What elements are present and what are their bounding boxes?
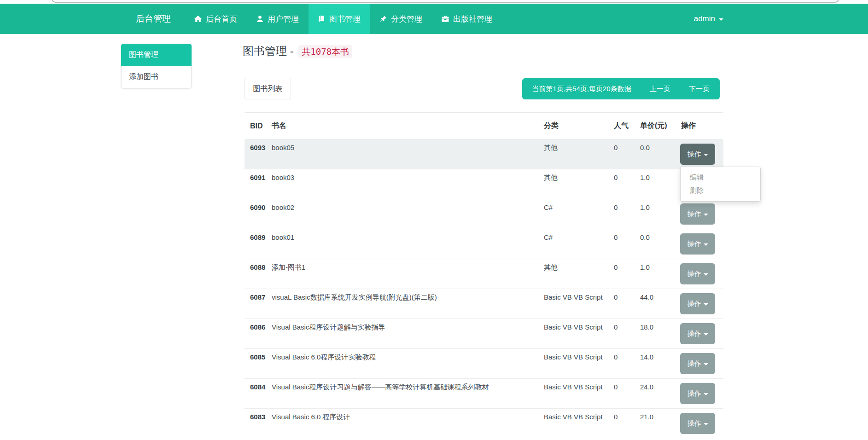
action-dropdown-button[interactable]: 操作: [680, 293, 715, 314]
action-dropdown-button[interactable]: 操作: [680, 263, 715, 284]
book-popularity: 0: [614, 169, 640, 199]
dropdown-menu-item[interactable]: 编辑: [681, 171, 760, 184]
book-title: book02: [272, 199, 544, 229]
nav-item-label: 后台首页: [206, 14, 237, 24]
caret-down-icon: [704, 333, 708, 336]
home-icon: [194, 15, 202, 23]
action-dropdown: 操作 编辑删除: [680, 144, 716, 165]
book-title: Visual Basic 6.0 程序设计: [272, 409, 544, 439]
book-category: C#: [544, 199, 614, 229]
nav-item-label: 出版社管理: [453, 14, 492, 24]
book-id: 6083: [245, 409, 272, 439]
nav-item-publishers[interactable]: 出版社管理: [432, 4, 502, 34]
book-category: Basic VB VB Script: [544, 409, 614, 439]
book-table: BID 书名 分类 人气 单价(元) 操作 6093 book05 其他 0 0…: [245, 113, 723, 438]
nav-item-users[interactable]: 用户管理: [247, 4, 309, 34]
column-header-price: 单价(元): [640, 113, 679, 139]
page-title-text: 图书管理: [243, 45, 287, 57]
nav-item-home[interactable]: 后台首页: [185, 4, 247, 34]
book-title: Visual Basic程序设计习题与解答——高等学校计算机基础课程系列教材: [272, 379, 544, 409]
pagination-info: 当前第1页,共54页,每页20条数据: [532, 85, 631, 93]
book-title: Visual Basic 6.0程序设计实验教程: [272, 349, 544, 379]
action-dropdown: 操作: [680, 293, 716, 314]
action-dropdown-button[interactable]: 操作: [680, 233, 715, 255]
book-price: 0.0: [640, 229, 679, 259]
page-content: 图书管理 添加图书 图书管理 - 共1078本书 图书列表 当前第1页,共54页…: [121, 34, 723, 438]
column-header-popularity: 人气: [614, 113, 640, 139]
pagination-bar: 当前第1页,共54页,每页20条数据 上一页 下一页: [522, 78, 720, 99]
action-dropdown: 操作: [680, 383, 716, 404]
book-title: Visual Basic程序设计题解与实验指导: [272, 319, 544, 349]
table-row: 6083 Visual Basic 6.0 程序设计 Basic VB VB S…: [245, 409, 723, 439]
book-category: Basic VB VB Script: [544, 349, 614, 379]
action-dropdown-button[interactable]: 操作: [680, 413, 715, 434]
column-header-title: 书名: [272, 113, 544, 139]
column-header-action: 操作: [679, 113, 723, 139]
browser-chrome-sliver: [52, 0, 839, 3]
nav-item-label: 分类管理: [391, 14, 422, 24]
action-dropdown: 操作: [680, 323, 716, 344]
book-id: 6091: [245, 169, 272, 199]
book-price: 44.0: [640, 289, 679, 319]
book-category: 其他: [544, 259, 614, 289]
sidebar-item-book-management[interactable]: 图书管理: [121, 44, 192, 66]
book-id: 6090: [245, 199, 272, 229]
tab-book-list[interactable]: 图书列表: [245, 78, 291, 99]
action-dropdown-button[interactable]: 操作: [680, 353, 715, 374]
caret-down-icon: [704, 243, 708, 246]
column-header-bid: BID: [245, 113, 272, 139]
column-header-category: 分类: [544, 113, 614, 139]
dropdown-menu-item[interactable]: 删除: [681, 184, 760, 197]
caret-down-icon: [704, 214, 708, 216]
action-button-label: 操作: [687, 240, 701, 249]
book-title: 添加-图书1: [272, 259, 544, 289]
user-menu[interactable]: admin: [694, 4, 723, 34]
action-dropdown-button[interactable]: 操作: [680, 144, 715, 165]
sidebar-item-add-book[interactable]: 添加图书: [121, 66, 192, 88]
table-row: 6091 book03 其他 0 1.0 操作: [245, 169, 723, 199]
action-dropdown-menu: 编辑删除: [680, 167, 761, 202]
caret-down-icon: [704, 423, 708, 425]
tab-row: 图书列表 当前第1页,共54页,每页20条数据 上一页 下一页: [245, 78, 723, 99]
table-row: 6084 Visual Basic程序设计习题与解答——高等学校计算机基础课程系…: [245, 379, 723, 409]
table-row: 6090 book02 C# 0 1.0 操作: [245, 199, 723, 229]
book-price: 1.0: [640, 259, 679, 289]
book-price: 0.0: [640, 139, 679, 169]
action-dropdown-button[interactable]: 操作: [680, 323, 715, 344]
book-title: visuaL Basic数据库系统开发实例导航(附光盘)(第二版): [272, 289, 544, 319]
nav-item-categories[interactable]: 分类管理: [370, 4, 432, 34]
table-row: 6087 visuaL Basic数据库系统开发实例导航(附光盘)(第二版) B…: [245, 289, 723, 319]
book-title: book03: [272, 169, 544, 199]
sidebar-item-label: 图书管理: [129, 51, 158, 58]
action-dropdown-button[interactable]: 操作: [680, 383, 715, 404]
navbar-brand[interactable]: 后台管理: [121, 4, 185, 34]
next-page-link[interactable]: 下一页: [689, 85, 710, 93]
briefcase-icon: [442, 15, 449, 23]
book-table-area: BID 书名 分类 人气 单价(元) 操作 6093 book05 其他 0 0…: [245, 112, 723, 438]
action-button-label: 操作: [687, 210, 701, 219]
table-header-row: BID 书名 分类 人气 单价(元) 操作: [245, 113, 723, 139]
sidebar: 图书管理 添加图书: [121, 44, 192, 88]
caret-down-icon: [704, 393, 708, 395]
table-row: 6093 book05 其他 0 0.0 操作 编辑删除: [245, 139, 723, 169]
table-row: 6089 book01 C# 0 0.0 操作: [245, 229, 723, 259]
book-id: 6089: [245, 229, 272, 259]
book-category: Basic VB VB Script: [544, 319, 614, 349]
top-navbar: 后台管理 后台首页 用户管理 图书管理 分类管理: [0, 4, 868, 34]
book-id: 6085: [245, 349, 272, 379]
book-id: 6084: [245, 379, 272, 409]
action-dropdown: 操作: [680, 413, 716, 434]
table-row: 6086 Visual Basic程序设计题解与实验指导 Basic VB VB…: [245, 319, 723, 349]
action-dropdown-button[interactable]: 操作: [680, 203, 715, 225]
nav-item-label: 图书管理: [329, 14, 361, 24]
nav-item-label: 用户管理: [268, 14, 299, 24]
book-popularity: 0: [614, 319, 640, 349]
book-popularity: 0: [614, 139, 640, 169]
page-title: 图书管理 - 共1078本书: [243, 44, 723, 58]
book-category: Basic VB VB Script: [544, 289, 614, 319]
caret-down-icon: [704, 363, 708, 365]
nav-item-books[interactable]: 图书管理: [309, 4, 370, 34]
book-price: 14.0: [640, 349, 679, 379]
prev-page-link[interactable]: 上一页: [650, 85, 670, 93]
book-popularity: 0: [614, 349, 640, 379]
